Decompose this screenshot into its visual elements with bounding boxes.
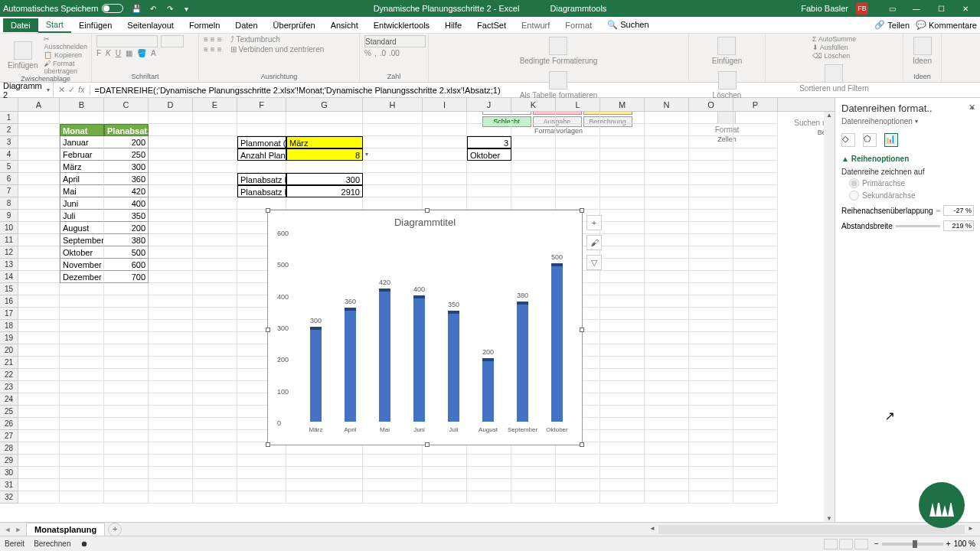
- cell-K29[interactable]: [511, 455, 556, 467]
- cell-J8[interactable]: [467, 197, 511, 210]
- cell-G7[interactable]: 2910: [286, 185, 363, 197]
- cell-L7[interactable]: [556, 185, 600, 197]
- cell-A9[interactable]: [18, 210, 60, 222]
- cell-C25[interactable]: [104, 406, 149, 418]
- cell-B5[interactable]: März: [60, 161, 104, 173]
- cell-O21[interactable]: [689, 357, 733, 369]
- cell-O4[interactable]: [689, 148, 733, 161]
- cell-A7[interactable]: [18, 185, 60, 197]
- file-tab[interactable]: Datei: [3, 18, 38, 32]
- cell-P10[interactable]: [733, 222, 778, 234]
- cell-C31[interactable]: [104, 479, 149, 491]
- cell-O22[interactable]: [689, 369, 733, 381]
- cell-L5[interactable]: [556, 161, 600, 173]
- cell-B17[interactable]: [60, 308, 104, 320]
- effects-tab-icon[interactable]: ⬠: [863, 133, 877, 147]
- cell-M20[interactable]: [600, 344, 645, 357]
- cell-L32[interactable]: [556, 491, 600, 504]
- cell-O8[interactable]: [689, 197, 733, 210]
- user-name[interactable]: Fabio Basler: [801, 4, 848, 13]
- cancel-formula-icon[interactable]: ✕: [58, 85, 65, 95]
- cell-K3[interactable]: [511, 136, 556, 148]
- cell-B4[interactable]: Februar: [60, 148, 104, 161]
- row-header-31[interactable]: 31: [0, 479, 18, 491]
- cell-P21[interactable]: [733, 357, 778, 369]
- cell-O2[interactable]: [689, 124, 733, 136]
- cell-E2[interactable]: [193, 124, 237, 136]
- cell-K7[interactable]: [511, 185, 556, 197]
- cell-K2[interactable]: [511, 124, 556, 136]
- sort-filter-button[interactable]: Sortieren und Filtern: [796, 63, 872, 94]
- cell-N18[interactable]: [645, 320, 689, 332]
- cell-D15[interactable]: [149, 283, 193, 295]
- chart-title[interactable]: Diagrammtitel: [268, 217, 582, 228]
- maximize-button[interactable]: ☐: [929, 1, 952, 16]
- row-header-4[interactable]: 4: [0, 148, 18, 161]
- cell-I5[interactable]: [423, 161, 467, 173]
- cell-N30[interactable]: [645, 467, 689, 479]
- cell-B29[interactable]: [60, 455, 104, 467]
- tab-formulas[interactable]: Formeln: [181, 18, 227, 32]
- cell-H3[interactable]: [363, 136, 423, 148]
- cell-P15[interactable]: [733, 283, 778, 295]
- row-header-10[interactable]: 10: [0, 222, 18, 234]
- cell-D22[interactable]: [149, 369, 193, 381]
- cell-B20[interactable]: [60, 344, 104, 357]
- row-header-3[interactable]: 3: [0, 136, 18, 148]
- cell-D11[interactable]: [149, 234, 193, 246]
- chart-plot-area[interactable]: 0100200300400500600300März360April420Mai…: [299, 233, 574, 422]
- tab-developer[interactable]: Entwicklertools: [366, 18, 437, 32]
- cell-M13[interactable]: [600, 259, 645, 271]
- cut-button[interactable]: ✂ Ausschneiden: [44, 35, 87, 51]
- col-header-K[interactable]: K: [511, 98, 556, 111]
- cell-M23[interactable]: [600, 381, 645, 393]
- row-header-6[interactable]: 6: [0, 173, 18, 185]
- cell-O6[interactable]: [689, 173, 733, 185]
- cell-P29[interactable]: [733, 455, 778, 467]
- normal-view-button[interactable]: [824, 539, 838, 549]
- cell-P30[interactable]: [733, 467, 778, 479]
- cell-N4[interactable]: [645, 148, 689, 161]
- cell-C7[interactable]: 420: [104, 185, 149, 197]
- search-tab[interactable]: 🔍 Suchen: [599, 18, 656, 32]
- format-painter-button[interactable]: 🖌 Format übertragen: [44, 60, 87, 75]
- cell-D17[interactable]: [149, 308, 193, 320]
- cell-K5[interactable]: [511, 161, 556, 173]
- cell-A30[interactable]: [18, 467, 60, 479]
- macro-record-icon[interactable]: ⏺: [80, 540, 88, 548]
- cell-A2[interactable]: [18, 124, 60, 136]
- cell-P16[interactable]: [733, 295, 778, 308]
- cell-B24[interactable]: [60, 393, 104, 406]
- cell-C17[interactable]: [104, 308, 149, 320]
- cell-N21[interactable]: [645, 357, 689, 369]
- cell-C14[interactable]: 700: [104, 271, 149, 283]
- cell-P24[interactable]: [733, 393, 778, 406]
- name-box[interactable]: Diagramm 2▾: [0, 81, 54, 99]
- row-header-5[interactable]: 5: [0, 161, 18, 173]
- cell-B6[interactable]: April: [60, 173, 104, 185]
- row-header-14[interactable]: 14: [0, 271, 18, 283]
- cell-P28[interactable]: [733, 442, 778, 455]
- cell-N8[interactable]: [645, 197, 689, 210]
- cell-A13[interactable]: [18, 259, 60, 271]
- cell-H7[interactable]: [363, 185, 423, 197]
- font-name-input[interactable]: [96, 35, 158, 47]
- cell-E29[interactable]: [193, 455, 237, 467]
- cell-E11[interactable]: [193, 234, 237, 246]
- cell-D9[interactable]: [149, 210, 193, 222]
- cell-M26[interactable]: [600, 418, 645, 430]
- cell-N28[interactable]: [645, 442, 689, 455]
- cell-J1[interactable]: [467, 112, 511, 124]
- cell-E8[interactable]: [193, 197, 237, 210]
- add-sheet-button[interactable]: +: [108, 523, 122, 536]
- cell-O18[interactable]: [689, 320, 733, 332]
- chart-bar-September[interactable]: [517, 302, 529, 422]
- cell-P18[interactable]: [733, 320, 778, 332]
- cell-D21[interactable]: [149, 357, 193, 369]
- row-header-7[interactable]: 7: [0, 185, 18, 197]
- cell-A21[interactable]: [18, 357, 60, 369]
- cell-O7[interactable]: [689, 185, 733, 197]
- border-button[interactable]: ▦: [126, 49, 132, 57]
- cell-D32[interactable]: [149, 491, 193, 504]
- cell-F29[interactable]: [237, 455, 286, 467]
